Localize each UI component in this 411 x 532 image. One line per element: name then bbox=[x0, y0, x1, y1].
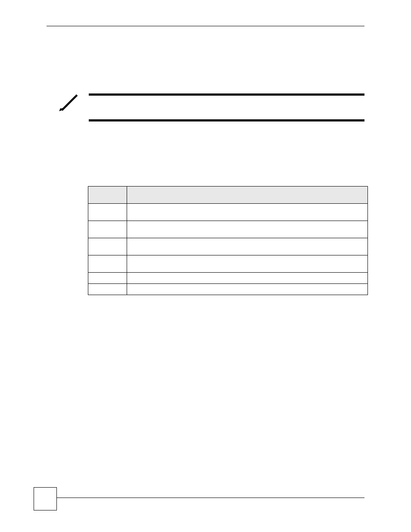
table-row bbox=[88, 221, 368, 238]
table-cell bbox=[127, 221, 368, 238]
table-row bbox=[88, 284, 368, 295]
table-row bbox=[88, 238, 368, 255]
table-header-cell bbox=[88, 187, 127, 204]
table-cell bbox=[127, 273, 368, 284]
table-cell bbox=[88, 255, 127, 273]
table-cell bbox=[88, 204, 127, 221]
table-cell bbox=[88, 221, 127, 238]
table-header-row bbox=[88, 187, 368, 204]
table-cell bbox=[88, 238, 127, 255]
page-number-box bbox=[34, 487, 57, 510]
note-rules bbox=[89, 93, 364, 121]
note-rule-bottom bbox=[89, 119, 364, 121]
footer-rule bbox=[57, 498, 364, 498]
table-cell bbox=[88, 273, 127, 284]
data-table bbox=[88, 186, 368, 295]
table-row bbox=[88, 255, 368, 273]
note-block bbox=[58, 93, 364, 121]
table-header-cell bbox=[127, 187, 368, 204]
table-cell bbox=[127, 204, 368, 221]
table-cell bbox=[127, 284, 368, 295]
table-cell bbox=[88, 284, 127, 295]
table-container bbox=[88, 186, 368, 295]
table-row bbox=[88, 204, 368, 221]
table-row bbox=[88, 273, 368, 284]
table-cell bbox=[127, 255, 368, 273]
page bbox=[0, 0, 411, 532]
header-rule bbox=[47, 26, 364, 26]
handwriting-icon bbox=[58, 93, 78, 112]
note-text bbox=[89, 96, 364, 119]
footer bbox=[0, 485, 411, 511]
table-cell bbox=[127, 238, 368, 255]
